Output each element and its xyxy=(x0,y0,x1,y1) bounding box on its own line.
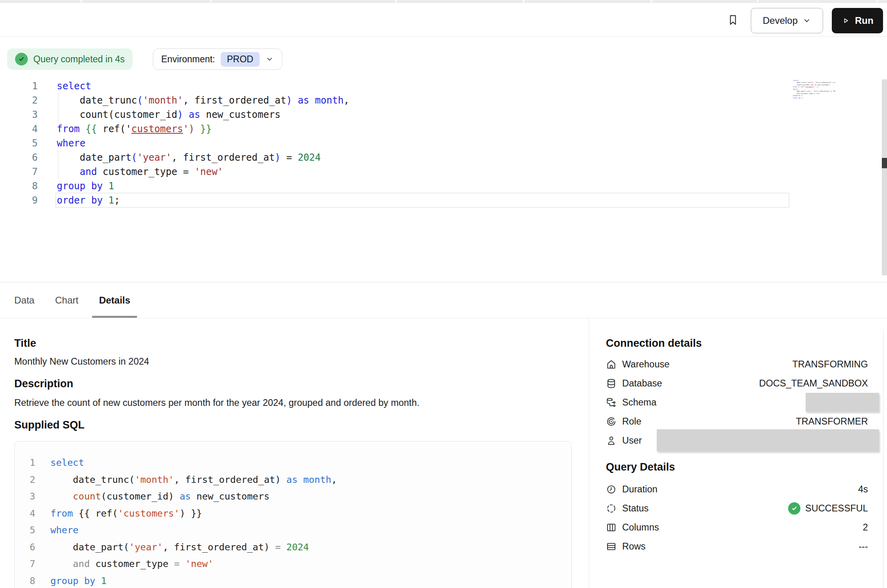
line-number: 5 xyxy=(15,522,35,539)
database-value: DOCS_TEAM_SANDBOX xyxy=(759,378,868,389)
environment-selector[interactable]: Environment: PROD xyxy=(153,48,282,70)
line-number: 7 xyxy=(0,165,38,179)
current-line-highlight xyxy=(56,193,789,208)
database-icon xyxy=(606,378,617,389)
develop-dropdown-button[interactable]: Develop xyxy=(751,8,823,33)
app-window: Develop Run Query completed in 4s Enviro… xyxy=(0,0,887,588)
header-bar: Develop Run xyxy=(0,3,887,37)
clock-icon xyxy=(606,484,617,495)
detail-row-user: User xyxy=(606,431,868,450)
detail-row-duration: Duration4s xyxy=(606,480,868,499)
status-label: Status xyxy=(622,503,649,514)
supplied-sql-line-8: 8group by 1 xyxy=(15,573,571,588)
editor-line-5: 5where xyxy=(0,136,874,150)
detail-row-warehouse: WarehouseTRANSFORMING xyxy=(606,355,868,374)
develop-label: Develop xyxy=(763,15,798,26)
tab-chart[interactable]: Chart xyxy=(49,282,85,318)
user-icon xyxy=(606,435,617,446)
status-value: SUCCESSFUL xyxy=(788,502,868,515)
indent-guide xyxy=(58,93,58,122)
columns-label: Columns xyxy=(622,522,659,533)
environment-label: Environment: xyxy=(161,54,215,65)
line-number: 3 xyxy=(0,108,38,122)
supplied-sql-line-1: 1select xyxy=(15,454,571,471)
supplied-sql-heading: Supplied SQL xyxy=(14,419,85,431)
status-icon xyxy=(606,503,617,514)
line-number: 8 xyxy=(0,179,38,193)
line-number: 1 xyxy=(15,454,35,471)
line-number: 3 xyxy=(15,488,35,505)
schema-redacted-value xyxy=(806,393,879,412)
editor-scrollbar-thumb[interactable] xyxy=(882,158,887,168)
warehouse-value: TRANSFORMING xyxy=(792,359,868,370)
minimap-line-9: order by 1; xyxy=(793,97,836,99)
editor-minimap[interactable]: select date_trunc('month', first_ordered… xyxy=(793,79,836,106)
detail-row-schema: Schema xyxy=(606,393,868,412)
status-row: Query completed in 4s Environment: PROD xyxy=(0,48,887,71)
description-value: Retrieve the count of new customers per … xyxy=(14,398,419,408)
schema-value xyxy=(806,393,868,412)
panel-divider xyxy=(589,318,589,588)
editor-scrollbar-track[interactable] xyxy=(882,79,887,275)
title-heading: Title xyxy=(14,337,36,350)
editor-line-2: 2 date_trunc('month', first_ordered_at) … xyxy=(0,93,874,108)
detail-row-columns: Columns2 xyxy=(606,518,868,537)
rows-label: Rows xyxy=(622,541,646,552)
editor-line-3: 3 count(customer_id) as new_customers xyxy=(0,108,874,122)
line-number: 4 xyxy=(0,122,38,136)
panel-scrollbar-track[interactable] xyxy=(883,329,883,588)
bookmark-icon[interactable] xyxy=(726,13,740,29)
play-icon xyxy=(841,16,850,25)
run-button[interactable]: Run xyxy=(832,8,883,33)
role-icon xyxy=(606,416,617,427)
editor-line-6: 6 date_part('year', first_ordered_at) = … xyxy=(0,150,874,165)
result-tabs: DataChartDetails xyxy=(14,282,130,318)
divider xyxy=(0,318,887,318)
duration-value: 4s xyxy=(858,484,868,495)
supplied-sql-line-5: 5where xyxy=(15,522,571,539)
line-number: 5 xyxy=(0,136,38,150)
tab-data[interactable]: Data xyxy=(8,282,41,318)
tab-details[interactable]: Details xyxy=(93,282,137,318)
rows-value: --- xyxy=(859,541,868,552)
supplied-sql-line-7: 7 and customer_type = 'new' xyxy=(15,555,571,573)
database-label: Database xyxy=(622,378,662,389)
sql-editor[interactable]: 1select2 date_trunc('month', first_order… xyxy=(0,79,874,208)
supplied-sql-line-2: 2 date_trunc('month', first_ordered_at) … xyxy=(15,471,571,488)
line-number: 8 xyxy=(15,573,35,588)
browser-tab-strip xyxy=(0,0,887,3)
connection-details-heading: Connection details xyxy=(606,337,702,350)
line-number: 4 xyxy=(15,505,35,522)
run-label: Run xyxy=(855,15,874,26)
user-label: User xyxy=(622,435,642,446)
warehouse-icon xyxy=(606,359,617,370)
connection-details-rows: WarehouseTRANSFORMINGDatabaseDOCS_TEAM_S… xyxy=(606,355,868,450)
schema-icon xyxy=(606,397,617,408)
chevron-down-icon xyxy=(802,16,811,25)
editor-line-4: 4from {{ ref('customers') }} xyxy=(0,122,874,136)
line-number: 2 xyxy=(0,93,38,108)
user-value xyxy=(657,429,868,452)
role-label: Role xyxy=(622,416,641,427)
detail-row-database: DatabaseDOCS_TEAM_SANDBOX xyxy=(606,374,868,393)
supplied-sql-line-6: 6 date_part('year', first_ordered_at) = … xyxy=(15,539,571,556)
line-number: 6 xyxy=(15,539,35,556)
schema-label: Schema xyxy=(622,397,656,408)
line-number: 7 xyxy=(15,555,35,573)
detail-row-rows: Rows--- xyxy=(606,537,868,556)
environment-value-badge: PROD xyxy=(221,52,260,67)
chevron-down-icon xyxy=(265,55,274,63)
line-number: 9 xyxy=(0,193,38,208)
line-number: 2 xyxy=(15,471,35,488)
role-value: TRANSFORMER xyxy=(796,416,868,427)
title-value: Monthly New Customers in 2024 xyxy=(14,356,149,367)
user-redacted-value xyxy=(657,429,879,452)
success-check-icon xyxy=(788,502,800,515)
columns-value: 2 xyxy=(863,522,868,533)
query-details-rows: Duration4sStatusSUCCESSFULColumns2Rows--… xyxy=(606,480,868,556)
query-status-text: Query completed in 4s xyxy=(33,54,125,65)
warehouse-label: Warehouse xyxy=(622,359,669,370)
line-number: 6 xyxy=(0,150,38,165)
check-circle-icon xyxy=(15,53,28,65)
detail-row-role: RoleTRANSFORMER xyxy=(606,412,868,431)
